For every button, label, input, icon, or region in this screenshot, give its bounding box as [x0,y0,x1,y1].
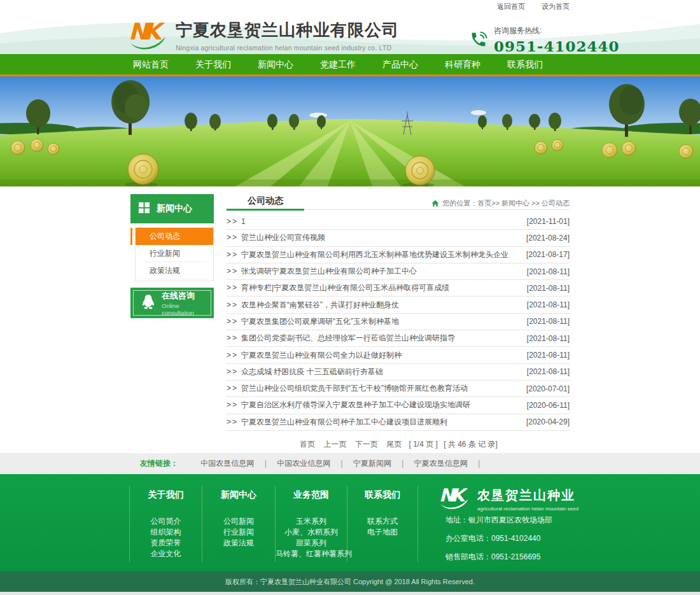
footer-column-contact: 联系我们 联系方式 电子地图 [347,486,418,562]
footer-link[interactable]: 政策法规 [202,538,275,549]
footer-link[interactable]: 玉米系列 [276,516,347,527]
news-link[interactable]: >>1 [227,217,246,226]
nav-item-contact[interactable]: 联系我们 [494,54,556,74]
news-link[interactable]: >>农垦种企聚首“南繁硅谷”，共谋打好种业翻身仗 [227,300,399,311]
news-item[interactable]: >>张戈调研宁夏农垦贺兰山种业有限公司种子加工中心 [2021-08-11] [227,263,570,280]
footer-logo: NK [439,484,472,515]
news-item[interactable]: >>集团公司党委副书记、总经理徐军一行莅临贺兰山种业调研指导 [2021-08-… [227,330,570,347]
news-item[interactable]: >>贺兰山种业公司宣传视频 [2021-08-24] [227,230,570,246]
news-item[interactable]: >>宁夏农垦集团公司观摩调研“五化”玉米制种基地 [2021-08-11] [227,314,570,330]
friend-link[interactable]: 宁夏新闻网 [353,459,391,468]
nav-item-about[interactable]: 关于我们 [182,54,244,74]
main-section: 新闻中心 公司动态 行业新闻 政策法规 在线咨 [0,186,700,453]
nav-item-research[interactable]: 科研育种 [431,54,494,74]
footer-link[interactable]: 甜菜系列 [276,538,347,549]
sidebar-item-industry-news[interactable]: 行业新闻 [142,245,207,262]
news-link[interactable]: >>众志成城 纾困抗疫 十三五砥砺前行夯基础 [227,367,383,377]
news-item[interactable]: >>宁夏农垦贺兰山种业有限公司全力以赴做好制种 [2021-08-11] [227,347,570,363]
news-date: [2021-08-11] [527,284,570,293]
breadcrumb[interactable]: 您的位置：首页>> 新闻中心 >> 公司动态 [431,199,570,208]
footer-link[interactable]: 电子地图 [347,527,417,538]
news-item[interactable]: >>众志成城 纾困抗疫 十三五砥砺前行夯基础 [2021-08-11] [227,364,570,381]
nav-item-home[interactable]: 网站首页 [120,54,182,74]
news-arrow: >> [227,317,238,326]
footer-brand-name-en: agricultural reclamation helan mountain … [477,506,578,512]
online-consult-button[interactable]: 在线咨询 Online consultation [130,288,214,318]
main-navigation: 网站首页 关于我们 新闻中心 党建工作 产品中心 科研育种 联系我们 [0,54,700,76]
footer-link[interactable]: 行业新闻 [202,527,275,538]
news-link[interactable]: >>贺兰山种业公司组织党员干部到“五七干校”博物馆开展红色教育活动 [227,383,468,394]
news-title-text: 宁夏农垦贺兰山种业有限公司全力以赴做好制种 [241,351,402,360]
footer-office-phone: 办公室电话：0951-4102440 [445,533,552,544]
footer-contact: 地址：银川市西夏区农牧场场部 办公室电话：0951-4102440 销售部电话：… [445,515,552,570]
news-link[interactable]: >>集团公司党委副书记、总经理徐军一行莅临贺兰山种业调研指导 [227,333,455,344]
banner-image [0,76,700,186]
news-link[interactable]: >>张戈调研宁夏农垦贺兰山种业有限公司种子加工中心 [227,266,417,277]
set-home-link[interactable]: 设为首页 [542,2,570,10]
friend-link[interactable]: 宁夏农垦信息网 [414,459,468,468]
sidebar-item-policy[interactable]: 政策法规 [142,262,207,279]
nav-item-news[interactable]: 新闻中心 [244,54,307,74]
copyright-bar: 版权所有：宁夏农垦贺兰山种业有限公司 Copyright @ 2018 All … [0,571,700,592]
news-content-panel: 公司动态 您的位置：首页>> 新闻中心 >> 公司动态 >>1 [2021-11… [227,194,570,450]
news-link[interactable]: >>育种专栏|宁夏农垦贺兰山种业有限公司玉米品种取得可喜成绩 [227,283,449,293]
news-link[interactable]: >>宁夏农垦贺兰山种业有限公司利用西北玉米制种基地优势建设玉米制种龙头企业 [227,249,508,260]
pagination-first[interactable]: 首页 [300,440,315,449]
news-link[interactable]: >>贺兰山种业公司宣传视频 [227,232,325,243]
pagination-total-info: [ 共 46 条 记 录] [444,440,498,449]
footer-link[interactable]: 公司新闻 [202,516,275,527]
footer-column-title: 联系我们 [347,489,417,501]
footer-link[interactable]: 小麦、水稻系列 [276,527,347,538]
news-list: >>1 [2021-11-01] >>贺兰山种业公司宣传视频 [2021-08-… [227,213,570,431]
friend-link[interactable]: 中国农垦信息网 [200,459,254,468]
pagination: 首页 上一页 下一页 尾页 [ 1/4 页 ] [ 共 46 条 记 录] [227,439,570,450]
home-icon [431,200,439,207]
news-item[interactable]: >>宁夏自治区水利厅领导深入宁夏农垦种子加工中心建设现场实地调研 [2020-0… [227,397,570,414]
footer-link[interactable]: 公司简介 [130,516,202,527]
news-item[interactable]: >>宁夏农垦贺兰山种业有限公司种子加工中心建设项目进展顺利 [2020-04-2… [227,414,570,431]
news-link[interactable]: >>宁夏农垦集团公司观摩调研“五化”玉米制种基地 [227,316,399,327]
news-item[interactable]: >>育种专栏|宁夏农垦贺兰山种业有限公司玉米品种取得可喜成绩 [2021-08-… [227,280,570,297]
footer-link[interactable]: 联系方式 [347,516,417,527]
back-home-link[interactable]: 返回首页 [497,2,525,10]
footer-link[interactable]: 企业文化 [130,549,202,559]
company-logo[interactable]: NK [129,18,171,54]
friend-link[interactable]: 中国农业信息网 [277,459,330,468]
footer-link[interactable]: 组织架构 [130,527,202,538]
tab-company-news[interactable]: 公司动态 [227,195,304,207]
news-link[interactable]: >>宁夏自治区水利厅领导深入宁夏农垦种子加工中心建设现场实地调研 [227,400,470,410]
pagination-next[interactable]: 下一页 [355,440,378,449]
news-arrow: >> [227,351,238,360]
footer-column-news: 新闻中心 公司新闻 行业新闻 政策法规 [202,486,275,562]
pagination-prev[interactable]: 上一页 [323,440,346,449]
news-title-text: 农垦种企聚首“南繁硅谷”，共谋打好种业翻身仗 [241,300,399,309]
footer-column-title: 新闻中心 [202,489,275,501]
news-link[interactable]: >>宁夏农垦贺兰山种业有限公司种子加工中心建设项目进展顺利 [227,417,447,428]
footer-link[interactable]: 马铃薯、红薯种薯系列 [276,549,347,559]
company-title-block: 宁夏农垦贺兰山种业有限公司 Ningxia agricultural recla… [176,19,399,52]
sidebar-title: 新闻中心 [157,203,192,214]
news-item[interactable]: >>宁夏农垦贺兰山种业有限公司利用西北玉米制种基地优势建设玉米制种龙头企业 [2… [227,247,570,263]
footer-sales-phone: 销售部电话：0951-2156695 [445,552,552,563]
news-title-text: 集团公司党委副书记、总经理徐军一行莅临贺兰山种业调研指导 [241,333,455,342]
footer-brand: NK 农垦贺兰山种业 agricultural reclamation hela… [439,484,578,515]
content-header: 公司动态 您的位置：首页>> 新闻中心 >> 公司动态 [227,194,570,210]
hotline-label: 咨询服务热线: [494,25,620,36]
news-link[interactable]: >>宁夏农垦贺兰山种业有限公司全力以赴做好制种 [227,350,402,361]
news-item[interactable]: >>1 [2021-11-01] [227,213,570,230]
news-item[interactable]: >>农垦种企聚首“南繁硅谷”，共谋打好种业翻身仗 [2021-08-11] [227,297,570,313]
nav-item-products[interactable]: 产品中心 [369,54,431,74]
hotline-block: 咨询服务热线: 0951-4102440 [470,25,620,54]
news-date: [2020-04-29] [526,417,570,426]
news-arrow: >> [227,417,238,426]
news-item[interactable]: >>贺兰山种业公司组织党员干部到“五七干校”博物馆开展红色教育活动 [2020-… [227,381,570,397]
footer-link[interactable]: 资质荣誉 [130,538,202,549]
footer-column-title: 关于我们 [130,489,202,501]
pagination-last[interactable]: 尾页 [386,440,402,449]
news-arrow: >> [227,250,238,259]
sidebar-item-company-news[interactable]: 公司动态 [136,228,213,245]
news-title-text: 贺兰山种业公司宣传视频 [241,233,325,242]
nav-item-party[interactable]: 党建工作 [307,54,369,74]
friend-link-separator: | [265,459,267,468]
news-arrow: >> [227,400,238,409]
